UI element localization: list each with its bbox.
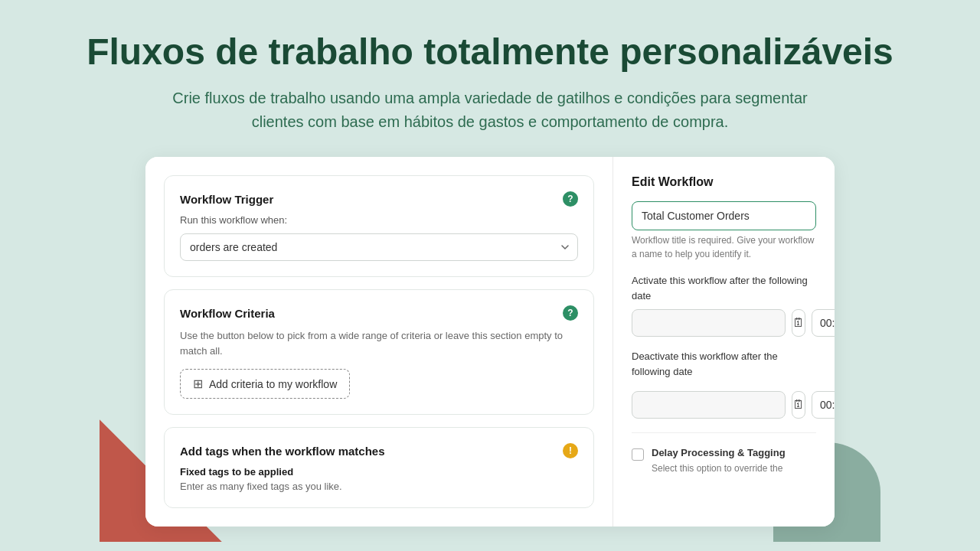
fixed-tags-description: Enter as many fixed tags as you like. bbox=[180, 481, 578, 492]
deactivate-date-input[interactable] bbox=[632, 391, 786, 419]
activate-label: Activate this workflow after the followi… bbox=[632, 273, 816, 303]
trigger-select[interactable]: orders are created bbox=[180, 233, 578, 261]
activate-time-input[interactable] bbox=[812, 309, 835, 337]
tags-title: Add tags when the workflow matches bbox=[180, 445, 385, 458]
deactivate-date-row: 🗓 ▲ ▼ bbox=[632, 391, 816, 419]
trigger-run-label: Run this workflow when: bbox=[180, 214, 578, 226]
add-tags-section: Add tags when the workflow matches ! Fix… bbox=[164, 427, 594, 508]
trigger-help-icon[interactable]: ? bbox=[563, 191, 578, 207]
activate-date-field: Activate this workflow after the followi… bbox=[632, 273, 816, 337]
deactivate-date-field: Deactivate this workflow after the follo… bbox=[632, 349, 816, 419]
deactivate-calendar-button[interactable]: 🗓 bbox=[792, 391, 805, 419]
activate-date-row: 🗓 ▲ ▼ bbox=[632, 309, 816, 337]
criteria-title: Workflow Criteria bbox=[180, 307, 275, 320]
main-card-wrapper: Workflow Trigger ? Run this workflow whe… bbox=[145, 157, 835, 527]
right-panel-divider bbox=[632, 432, 816, 433]
delay-processing-checkbox[interactable] bbox=[632, 448, 644, 461]
fixed-tags-title: Fixed tags to be applied bbox=[180, 466, 578, 478]
activate-date-input[interactable] bbox=[632, 309, 786, 337]
deactivate-label: Deactivate this workflow after the follo… bbox=[632, 349, 816, 379]
left-panel: Workflow Trigger ? Run this workflow whe… bbox=[145, 157, 612, 527]
delay-processing-hint: Select this option to override the bbox=[652, 461, 786, 475]
criteria-header: Workflow Criteria ? bbox=[180, 305, 578, 321]
workflow-name-hint: Workflow title is required. Give your wo… bbox=[632, 233, 816, 261]
trigger-select-wrapper: orders are created bbox=[180, 233, 578, 261]
workflow-name-field: Workflow title is required. Give your wo… bbox=[632, 201, 816, 261]
delay-processing-text: Delay Processing & Tagging Select this o… bbox=[652, 447, 786, 475]
calendar-icon: 🗓 bbox=[792, 316, 805, 330]
criteria-help-icon[interactable]: ? bbox=[563, 305, 578, 321]
workflow-criteria-section: Workflow Criteria ? Use the button below… bbox=[164, 289, 594, 415]
activate-time-wrapper: ▲ ▼ bbox=[812, 309, 835, 337]
right-panel: Edit Workflow Workflow title is required… bbox=[612, 157, 835, 527]
trigger-title: Workflow Trigger bbox=[180, 193, 273, 206]
hero-subtitle: Crie fluxos de trabalho usando uma ampla… bbox=[145, 86, 835, 134]
tags-warning-icon: ! bbox=[563, 443, 578, 458]
criteria-grid-icon: ⊞ bbox=[193, 377, 203, 391]
deactivate-time-wrapper: ▲ ▼ bbox=[812, 391, 835, 419]
activate-calendar-button[interactable]: 🗓 bbox=[792, 309, 805, 337]
trigger-header: Workflow Trigger ? bbox=[180, 191, 578, 207]
tags-header: Add tags when the workflow matches ! bbox=[180, 443, 578, 458]
workflow-trigger-section: Workflow Trigger ? Run this workflow whe… bbox=[164, 175, 594, 277]
delay-processing-row: Delay Processing & Tagging Select this o… bbox=[632, 447, 816, 475]
hero-title: Fluxos de trabalho totalmente personaliz… bbox=[46, 31, 934, 73]
delay-processing-label: Delay Processing & Tagging bbox=[652, 447, 786, 458]
edit-workflow-title: Edit Workflow bbox=[632, 175, 816, 189]
add-criteria-label: Add criteria to my workflow bbox=[209, 378, 337, 390]
deactivate-calendar-icon: 🗓 bbox=[792, 398, 805, 412]
deactivate-time-input[interactable] bbox=[812, 391, 835, 419]
workflow-name-input[interactable] bbox=[632, 201, 816, 230]
add-criteria-button[interactable]: ⊞ Add criteria to my workflow bbox=[180, 369, 350, 399]
main-card: Workflow Trigger ? Run this workflow whe… bbox=[145, 157, 835, 527]
hero-section: Fluxos de trabalho totalmente personaliz… bbox=[0, 0, 980, 157]
criteria-description: Use the button below to pick from a wide… bbox=[180, 328, 578, 358]
